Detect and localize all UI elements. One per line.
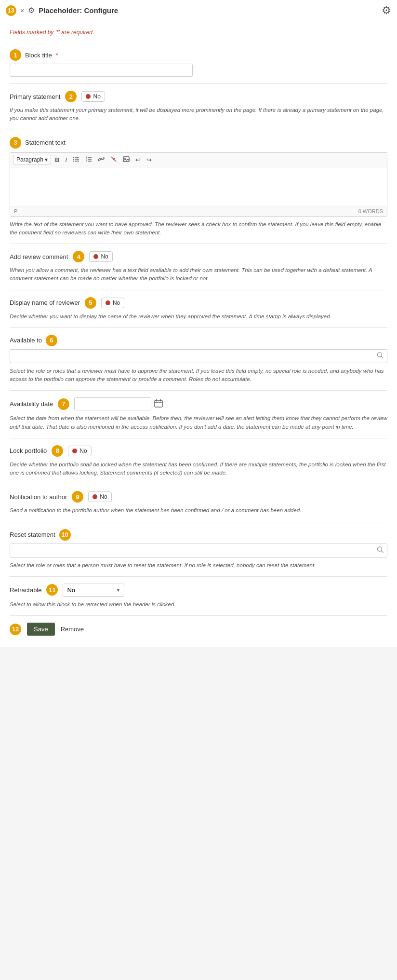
- editor-paragraph-indicator: P: [14, 208, 17, 214]
- italic-button[interactable]: I: [63, 155, 69, 164]
- unordered-list-button[interactable]: [71, 155, 81, 165]
- redo-button[interactable]: ↪: [145, 155, 154, 164]
- notification-to-author-description: Send a notification to the portfolio aut…: [10, 506, 387, 515]
- svg-rect-17: [155, 400, 162, 407]
- lock-portfolio-toggle-label: No: [79, 448, 87, 454]
- search-icon: [377, 546, 384, 555]
- display-name-toggle[interactable]: No: [101, 298, 124, 308]
- svg-point-4: [73, 159, 74, 160]
- step-badge-2: 2: [65, 91, 77, 102]
- required-note: Fields marked by '*' are required.: [10, 29, 387, 36]
- page-title: Placeholder: Configure: [39, 6, 118, 14]
- add-review-comment-description: When you allow a comment, the reviewer h…: [10, 266, 387, 283]
- available-to-input[interactable]: [10, 349, 387, 363]
- toggle-dot: [93, 494, 97, 499]
- bold-button[interactable]: B: [53, 155, 61, 164]
- step-badge-10: 10: [59, 529, 71, 541]
- ordered-list-button[interactable]: 123: [83, 155, 94, 165]
- display-name-description: Decide whether you want to display the n…: [10, 313, 387, 321]
- retractable-description: Select to allow this block to be retract…: [10, 600, 387, 609]
- main-content: Fields marked by '*' are required. 1 Blo…: [0, 21, 397, 647]
- svg-line-22: [382, 551, 384, 553]
- toggle-dot: [86, 94, 91, 99]
- retractable-label: Retractable: [10, 586, 41, 594]
- step-badge-9: 9: [72, 491, 83, 503]
- svg-point-3: [73, 157, 74, 158]
- lock-portfolio-section: Lock portfolio 8 No Decide whether the p…: [10, 438, 387, 485]
- add-review-comment-toggle[interactable]: No: [89, 251, 112, 262]
- search-icon: [377, 352, 384, 360]
- svg-point-5: [73, 161, 74, 162]
- link-button[interactable]: [96, 155, 106, 165]
- save-button[interactable]: Save: [27, 623, 55, 636]
- page-header: 13 × ⚙ Placeholder: Configure ⚙: [0, 0, 397, 21]
- svg-text:3: 3: [86, 160, 87, 162]
- image-button[interactable]: [121, 155, 132, 165]
- notification-to-author-label: Notification to author: [10, 493, 67, 501]
- step-badge-6: 6: [46, 335, 57, 346]
- display-name-toggle-label: No: [113, 299, 120, 306]
- statement-text-section: 3 Statement text Paragraph ▾ B I 123: [10, 130, 387, 245]
- toggle-dot: [93, 254, 98, 259]
- primary-statement-toggle[interactable]: No: [81, 91, 105, 102]
- chevron-down-icon: ▾: [45, 156, 48, 163]
- toggle-dot: [106, 300, 110, 305]
- available-to-input-wrap: [10, 349, 387, 363]
- undo-button[interactable]: ↩: [133, 155, 143, 164]
- form-actions: 12 Save Remove: [10, 616, 387, 638]
- statement-text-description: Write the text of the statement you want…: [10, 220, 387, 237]
- settings-gear-icon[interactable]: ⚙: [382, 4, 391, 17]
- paragraph-dropdown[interactable]: Paragraph ▾: [13, 155, 51, 164]
- editor-footer: P 0 WORDS: [10, 206, 387, 216]
- date-input-wrap: [74, 397, 163, 410]
- lock-portfolio-toggle[interactable]: No: [68, 446, 91, 456]
- retractable-select[interactable]: No Yes Yes - Retracted: [63, 584, 124, 597]
- step-badge-3: 3: [10, 137, 21, 149]
- primary-statement-label: Primary statement: [10, 93, 60, 100]
- availability-date-label: Availability date: [10, 400, 53, 408]
- rich-text-editor[interactable]: Paragraph ▾ B I 123: [10, 152, 387, 217]
- tab-number-badge[interactable]: 13: [6, 5, 16, 16]
- editor-body[interactable]: [10, 167, 387, 206]
- primary-statement-toggle-label: No: [93, 93, 100, 100]
- available-to-label: Available to: [10, 337, 42, 344]
- step-badge-12: 12: [10, 624, 21, 635]
- step-badge-8: 8: [52, 445, 63, 457]
- lock-portfolio-label: Lock portfolio: [10, 447, 47, 454]
- retractable-section: Retractable 11 No Yes Yes - Retracted Se…: [10, 577, 387, 616]
- block-title-input[interactable]: [10, 64, 193, 77]
- header-left: 13 × ⚙ Placeholder: Configure: [6, 5, 118, 16]
- toggle-dot: [72, 449, 77, 453]
- calendar-icon[interactable]: [154, 399, 163, 409]
- word-count: 0 WORDS: [358, 208, 383, 214]
- add-review-comment-toggle-label: No: [101, 253, 108, 260]
- editor-toolbar: Paragraph ▾ B I 123: [10, 153, 387, 167]
- step-badge-11: 11: [46, 584, 58, 596]
- unlink-button[interactable]: [108, 155, 119, 165]
- svg-line-16: [382, 356, 384, 358]
- availability-date-section: Availability date 7 Select the date from…: [10, 391, 387, 438]
- block-title-section: 1 Block title *: [10, 42, 387, 84]
- availability-date-input[interactable]: [74, 397, 151, 410]
- lock-portfolio-description: Decide whether the portfolio shall be lo…: [10, 461, 387, 477]
- reset-statement-input-wrap: [10, 544, 387, 558]
- step-badge-7: 7: [58, 398, 69, 410]
- available-to-description: Select the role or roles that a reviewer…: [10, 367, 387, 384]
- paragraph-label: Paragraph: [16, 156, 43, 163]
- reset-statement-description: Select the role or roles that a person m…: [10, 561, 387, 570]
- remove-button[interactable]: Remove: [61, 624, 84, 635]
- required-star: *: [56, 52, 58, 59]
- close-icon[interactable]: ×: [20, 7, 24, 14]
- retractable-select-wrap: No Yes Yes - Retracted: [63, 584, 124, 597]
- step-badge-4: 4: [73, 251, 84, 262]
- block-title-label: Block title: [25, 52, 52, 59]
- notification-to-author-section: Notification to author 9 No Send a notif…: [10, 484, 387, 522]
- availability-date-description: Select the date from when the statement …: [10, 414, 387, 431]
- step-badge-5: 5: [85, 297, 96, 309]
- primary-statement-section: Primary statement 2 No If you make this …: [10, 84, 387, 130]
- reset-statement-input[interactable]: [10, 544, 387, 558]
- svg-line-12: [111, 157, 116, 162]
- notification-to-author-toggle[interactable]: No: [88, 491, 111, 502]
- add-review-comment-section: Add review comment 4 No When you allow a…: [10, 244, 387, 290]
- statement-text-label: Statement text: [25, 139, 66, 146]
